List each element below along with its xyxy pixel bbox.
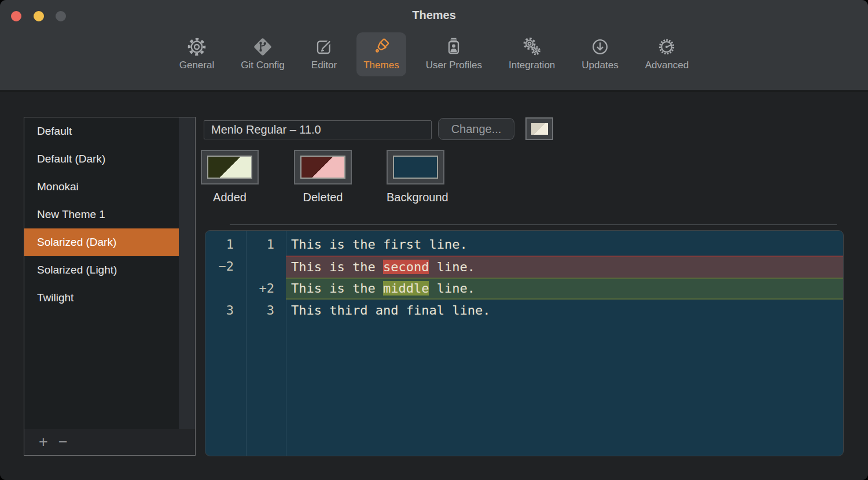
tab-themes[interactable]: Themes	[356, 32, 406, 76]
compose-icon	[313, 36, 335, 58]
code-text: This third and final line.	[291, 303, 490, 317]
tab-user-profiles[interactable]: User Profiles	[419, 32, 489, 76]
theme-list-footer: + −	[24, 429, 195, 455]
added-label: Added	[201, 191, 259, 204]
diff-row-context: 1 1 This is the first line.	[205, 234, 843, 256]
paintbrush-icon	[370, 36, 392, 58]
titlebar: Themes	[0, 0, 868, 32]
code-line-added: This is the middle line.	[286, 278, 843, 300]
theme-item-twilight[interactable]: Twilight	[24, 284, 195, 312]
git-diamond-icon	[252, 36, 274, 58]
tab-general[interactable]: General	[172, 32, 221, 76]
old-line-number: 1	[205, 234, 246, 256]
tab-label: General	[179, 60, 214, 71]
advanced-gear-icon	[656, 36, 678, 58]
deleted-color-group: Deleted	[294, 150, 352, 204]
text-color-swatch	[531, 123, 548, 135]
download-circle-icon	[589, 36, 611, 58]
theme-item-solarized-dark[interactable]: Solarized (Dark)	[24, 228, 195, 256]
preferences-toolbar: General Git Config	[0, 32, 868, 76]
diff-rows: 1 1 This is the first line. −2 This is t…	[205, 234, 843, 322]
background-color-group: Background	[387, 150, 444, 204]
window-chrome: Themes General	[0, 0, 868, 92]
remove-theme-button[interactable]: −	[53, 429, 73, 455]
tab-updates[interactable]: Updates	[575, 32, 625, 76]
themes-pane: Default Default (Dark) Monokai New Theme…	[0, 92, 868, 480]
scrollbar-track[interactable]	[179, 117, 195, 429]
double-gears-icon	[521, 36, 543, 58]
code-text: line.	[429, 260, 475, 274]
theme-item-solarized-light[interactable]: Solarized (Light)	[24, 256, 195, 284]
tab-label: Advanced	[645, 60, 689, 71]
text-color-well[interactable]	[525, 117, 553, 140]
gear-icon	[186, 36, 208, 58]
background-label: Background	[387, 191, 444, 204]
tab-label: Themes	[363, 60, 399, 71]
tab-integration[interactable]: Integration	[502, 32, 562, 76]
added-color-group: Added	[201, 150, 259, 204]
tab-git-config[interactable]: Git Config	[234, 32, 292, 76]
deleted-color-swatch	[300, 156, 345, 179]
font-field[interactable]: Menlo Regular – 11.0	[204, 120, 432, 139]
new-line-number: 3	[246, 300, 286, 322]
code-text: This is the	[291, 260, 383, 274]
theme-item-default-dark[interactable]: Default (Dark)	[24, 145, 195, 173]
theme-item-default[interactable]: Default	[24, 117, 195, 145]
tab-label: Git Config	[241, 60, 285, 71]
added-color-well[interactable]	[201, 150, 259, 184]
code-line: This third and final line.	[286, 300, 843, 322]
tab-label: User Profiles	[426, 60, 482, 71]
new-line-number: +2	[246, 278, 286, 300]
theme-item-monokai[interactable]: Monokai	[24, 173, 195, 201]
change-font-button[interactable]: Change...	[438, 118, 514, 140]
diff-row-deleted: −2 This is the second line.	[205, 256, 843, 278]
window-title: Themes	[0, 9, 868, 22]
code-text: This is the	[291, 281, 383, 296]
old-line-number	[205, 278, 246, 300]
diff-row-context: 3 3 This third and final line.	[205, 300, 843, 322]
deleted-color-well[interactable]	[294, 150, 352, 184]
background-color-well[interactable]	[387, 150, 444, 184]
code-text: line.	[429, 281, 475, 296]
code-text: This is the first line.	[291, 237, 468, 252]
highlighted-word-added: middle	[383, 281, 429, 296]
old-line-number: −2	[205, 256, 246, 278]
section-divider	[230, 224, 837, 225]
tab-label: Updates	[582, 60, 618, 71]
new-line-number: 1	[246, 234, 286, 256]
add-theme-button[interactable]: +	[34, 429, 53, 455]
deleted-label: Deleted	[294, 191, 352, 204]
tab-label: Editor	[311, 60, 337, 71]
tab-label: Integration	[509, 60, 555, 71]
tab-editor[interactable]: Editor	[304, 32, 344, 76]
old-line-number: 3	[205, 300, 246, 322]
code-line-deleted: This is the second line.	[286, 256, 843, 278]
diff-row-added: +2 This is the middle line.	[205, 278, 843, 300]
theme-preview-panel: 1 1 This is the first line. −2 This is t…	[205, 230, 844, 456]
theme-list-box: Default Default (Dark) Monokai New Theme…	[24, 117, 196, 456]
background-color-swatch	[393, 156, 438, 179]
code-line: This is the first line.	[286, 234, 843, 256]
highlighted-word-deleted: second	[383, 260, 429, 274]
preferences-window: Themes General	[0, 0, 868, 480]
added-color-swatch	[207, 156, 252, 179]
new-line-number	[246, 256, 286, 278]
profile-badge-icon	[443, 36, 465, 58]
theme-list: Default Default (Dark) Monokai New Theme…	[24, 117, 195, 429]
tab-advanced[interactable]: Advanced	[638, 32, 696, 76]
theme-item-new-theme-1[interactable]: New Theme 1	[24, 201, 195, 228]
